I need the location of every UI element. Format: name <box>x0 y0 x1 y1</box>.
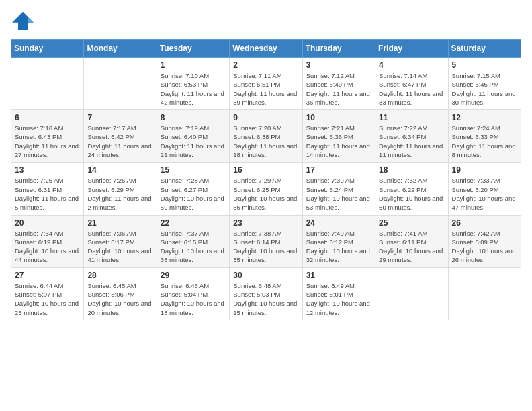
calendar-cell: 14Sunrise: 7:26 AM Sunset: 6:29 PM Dayli… <box>84 163 157 215</box>
calendar-cell: 25Sunrise: 7:41 AM Sunset: 6:11 PM Dayli… <box>375 215 448 267</box>
day-info: Sunrise: 7:22 AM Sunset: 6:34 PM Dayligh… <box>379 124 444 159</box>
day-number: 9 <box>233 113 298 122</box>
day-number: 1 <box>161 60 226 70</box>
calendar-cell: 7Sunrise: 7:17 AM Sunset: 6:42 PM Daylig… <box>84 110 157 163</box>
calendar-cell: 21Sunrise: 7:36 AM Sunset: 6:17 PM Dayli… <box>84 215 157 267</box>
calendar-cell: 28Sunrise: 6:45 AM Sunset: 5:06 PM Dayli… <box>84 267 157 320</box>
calendar-week-row: 6Sunrise: 7:16 AM Sunset: 6:43 PM Daylig… <box>11 110 521 163</box>
day-info: Sunrise: 7:11 AM Sunset: 6:51 PM Dayligh… <box>233 71 298 107</box>
calendar-cell: 27Sunrise: 6:44 AM Sunset: 5:07 PM Dayli… <box>11 267 84 320</box>
day-info: Sunrise: 7:10 AM Sunset: 6:53 PM Dayligh… <box>161 71 226 107</box>
weekday-header: Monday <box>84 40 157 58</box>
calendar-cell: 13Sunrise: 7:25 AM Sunset: 6:31 PM Dayli… <box>11 163 84 215</box>
calendar-week-row: 1Sunrise: 7:10 AM Sunset: 6:53 PM Daylig… <box>11 58 521 110</box>
weekday-header: Friday <box>375 40 448 58</box>
calendar-cell: 2Sunrise: 7:11 AM Sunset: 6:51 PM Daylig… <box>230 58 302 110</box>
day-number: 16 <box>233 165 298 175</box>
day-number: 17 <box>306 165 371 175</box>
day-info: Sunrise: 6:48 AM Sunset: 5:03 PM Dayligh… <box>233 281 298 317</box>
day-number: 29 <box>161 271 226 280</box>
day-info: Sunrise: 6:46 AM Sunset: 5:04 PM Dayligh… <box>161 281 226 317</box>
calendar-header-row: SundayMondayTuesdayWednesdayThursdayFrid… <box>11 40 521 58</box>
day-info: Sunrise: 7:14 AM Sunset: 6:47 PM Dayligh… <box>379 71 444 107</box>
day-number: 25 <box>379 218 444 228</box>
calendar-week-row: 13Sunrise: 7:25 AM Sunset: 6:31 PM Dayli… <box>11 163 521 215</box>
day-info: Sunrise: 7:38 AM Sunset: 6:14 PM Dayligh… <box>233 229 298 265</box>
calendar-cell: 10Sunrise: 7:21 AM Sunset: 6:36 PM Dayli… <box>302 110 375 163</box>
calendar-cell: 11Sunrise: 7:22 AM Sunset: 6:34 PM Dayli… <box>375 110 448 163</box>
calendar-cell <box>448 267 521 320</box>
day-number: 8 <box>161 113 226 122</box>
day-number: 5 <box>452 60 517 70</box>
calendar-cell <box>375 267 448 320</box>
day-number: 2 <box>233 60 298 70</box>
svg-marker-1 <box>28 17 34 23</box>
weekday-header: Tuesday <box>157 40 229 58</box>
calendar-cell: 26Sunrise: 7:42 AM Sunset: 6:09 PM Dayli… <box>448 215 521 267</box>
calendar-cell: 22Sunrise: 7:37 AM Sunset: 6:15 PM Dayli… <box>157 215 229 267</box>
calendar-cell: 3Sunrise: 7:12 AM Sunset: 6:49 PM Daylig… <box>302 58 375 110</box>
day-number: 31 <box>306 271 371 280</box>
day-number: 23 <box>233 218 298 228</box>
day-number: 28 <box>87 271 152 280</box>
day-number: 27 <box>15 271 80 280</box>
logo <box>11 11 38 31</box>
day-info: Sunrise: 7:16 AM Sunset: 6:43 PM Dayligh… <box>15 124 80 159</box>
day-info: Sunrise: 7:19 AM Sunset: 6:40 PM Dayligh… <box>161 124 226 159</box>
calendar-cell: 19Sunrise: 7:33 AM Sunset: 6:20 PM Dayli… <box>448 163 521 215</box>
day-number: 13 <box>15 165 80 175</box>
calendar-cell: 5Sunrise: 7:15 AM Sunset: 6:45 PM Daylig… <box>448 58 521 110</box>
weekday-header: Sunday <box>11 40 84 58</box>
day-number: 7 <box>87 113 152 122</box>
weekday-header: Saturday <box>448 40 521 58</box>
day-info: Sunrise: 7:21 AM Sunset: 6:36 PM Dayligh… <box>306 124 371 159</box>
day-info: Sunrise: 7:33 AM Sunset: 6:20 PM Dayligh… <box>452 176 517 212</box>
day-number: 3 <box>306 60 371 70</box>
calendar-week-row: 27Sunrise: 6:44 AM Sunset: 5:07 PM Dayli… <box>11 267 521 320</box>
calendar-cell: 4Sunrise: 7:14 AM Sunset: 6:47 PM Daylig… <box>375 58 448 110</box>
day-info: Sunrise: 7:36 AM Sunset: 6:17 PM Dayligh… <box>87 229 152 265</box>
calendar-cell <box>84 58 157 110</box>
weekday-header: Wednesday <box>230 40 302 58</box>
day-number: 15 <box>161 165 226 175</box>
day-number: 19 <box>452 165 517 175</box>
day-info: Sunrise: 7:32 AM Sunset: 6:22 PM Dayligh… <box>379 176 444 212</box>
calendar-cell: 29Sunrise: 6:46 AM Sunset: 5:04 PM Dayli… <box>157 267 229 320</box>
day-info: Sunrise: 7:24 AM Sunset: 6:33 PM Dayligh… <box>452 124 517 159</box>
calendar-cell: 23Sunrise: 7:38 AM Sunset: 6:14 PM Dayli… <box>230 215 302 267</box>
day-number: 6 <box>15 113 80 122</box>
day-number: 24 <box>306 218 371 228</box>
calendar-table: SundayMondayTuesdayWednesdayThursdayFrid… <box>11 39 521 320</box>
weekday-header: Thursday <box>302 40 375 58</box>
calendar-cell: 31Sunrise: 6:49 AM Sunset: 5:01 PM Dayli… <box>302 267 375 320</box>
day-info: Sunrise: 7:37 AM Sunset: 6:15 PM Dayligh… <box>161 229 226 265</box>
calendar-cell: 18Sunrise: 7:32 AM Sunset: 6:22 PM Dayli… <box>375 163 448 215</box>
day-number: 10 <box>306 113 371 122</box>
day-number: 18 <box>379 165 444 175</box>
day-info: Sunrise: 6:49 AM Sunset: 5:01 PM Dayligh… <box>306 281 371 317</box>
day-info: Sunrise: 7:41 AM Sunset: 6:11 PM Dayligh… <box>379 229 444 265</box>
calendar-cell: 20Sunrise: 7:34 AM Sunset: 6:19 PM Dayli… <box>11 215 84 267</box>
day-info: Sunrise: 7:12 AM Sunset: 6:49 PM Dayligh… <box>306 71 371 107</box>
day-info: Sunrise: 7:26 AM Sunset: 6:29 PM Dayligh… <box>87 176 152 212</box>
day-info: Sunrise: 6:44 AM Sunset: 5:07 PM Dayligh… <box>15 281 80 317</box>
calendar-cell: 16Sunrise: 7:29 AM Sunset: 6:25 PM Dayli… <box>230 163 302 215</box>
day-info: Sunrise: 7:42 AM Sunset: 6:09 PM Dayligh… <box>452 229 517 265</box>
day-info: Sunrise: 7:34 AM Sunset: 6:19 PM Dayligh… <box>15 229 80 265</box>
day-info: Sunrise: 6:45 AM Sunset: 5:06 PM Dayligh… <box>87 281 152 317</box>
day-number: 20 <box>15 218 80 228</box>
calendar-cell: 8Sunrise: 7:19 AM Sunset: 6:40 PM Daylig… <box>157 110 229 163</box>
day-number: 4 <box>379 60 444 70</box>
day-info: Sunrise: 7:20 AM Sunset: 6:38 PM Dayligh… <box>233 124 298 159</box>
day-info: Sunrise: 7:25 AM Sunset: 6:31 PM Dayligh… <box>15 176 80 212</box>
logo-icon <box>11 11 35 31</box>
day-number: 14 <box>87 165 152 175</box>
day-number: 26 <box>452 218 517 228</box>
calendar-cell: 6Sunrise: 7:16 AM Sunset: 6:43 PM Daylig… <box>11 110 84 163</box>
day-number: 21 <box>87 218 152 228</box>
day-number: 22 <box>161 218 226 228</box>
day-number: 30 <box>233 271 298 280</box>
day-info: Sunrise: 7:30 AM Sunset: 6:24 PM Dayligh… <box>306 176 371 212</box>
calendar-cell: 15Sunrise: 7:28 AM Sunset: 6:27 PM Dayli… <box>157 163 229 215</box>
day-info: Sunrise: 7:29 AM Sunset: 6:25 PM Dayligh… <box>233 176 298 212</box>
